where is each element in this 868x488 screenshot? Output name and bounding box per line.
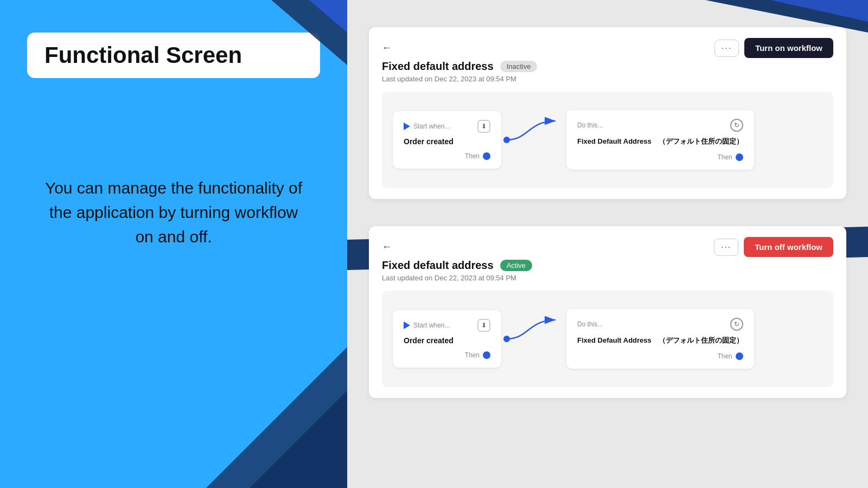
card-bottom-nav: ←: [382, 241, 392, 253]
more-button-top[interactable]: ···: [714, 40, 739, 57]
status-badge-active: Active: [500, 260, 532, 271]
start-node-header-top: Start when... ⬇: [404, 120, 490, 133]
flow-diagram-top: Start when... ⬇ Order created Then: [382, 92, 833, 188]
more-button-bottom[interactable]: ···: [714, 239, 738, 256]
do-node-icon-top: ↻: [730, 119, 743, 132]
start-node-footer-top: Then: [404, 152, 490, 160]
start-node-content-bottom: Order created: [404, 336, 490, 345]
back-arrow-bottom[interactable]: ←: [382, 241, 392, 253]
start-node-label-top: Start when...: [404, 123, 450, 130]
then-dot-top: [483, 152, 490, 160]
start-node-footer-bottom: Then: [404, 351, 490, 359]
then-dot2-bottom: [736, 352, 743, 360]
start-node-top: Start when... ⬇ Order created Then: [393, 111, 501, 169]
do-node-icon-bottom: ↻: [730, 318, 743, 331]
card-top-actions: ··· Turn on workflow: [714, 38, 833, 58]
turn-off-button[interactable]: Turn off workflow: [744, 237, 833, 257]
svg-marker-5: [770, 0, 868, 22]
card-bottom-actions: ··· Turn off workflow: [714, 237, 833, 257]
then-dot2-top: [736, 153, 743, 161]
workflow-title-top: Fixed default address: [382, 60, 494, 73]
svg-point-7: [503, 137, 510, 143]
deco-triangles-top: [239, 0, 347, 98]
card-top-nav: ←: [382, 42, 392, 54]
svg-point-9: [503, 336, 510, 342]
workflow-subtitle-bottom: Last updated on Dec 22, 2023 at 09:54 PM: [382, 274, 833, 282]
do-node-bottom: Do this... ↻ Fixed Default Address （デフォル…: [566, 309, 754, 369]
play-icon-bottom: [404, 322, 410, 329]
workflow-card-bottom: ← ··· Turn off workflow Fixed default ad…: [369, 226, 846, 398]
start-node-label-bottom: Start when...: [404, 322, 450, 329]
start-node-header-bottom: Start when... ⬇: [404, 319, 490, 332]
do-node-header-top: Do this... ↻: [577, 119, 743, 132]
do-node-content-bottom: Fixed Default Address （デフォルト住所の固定）: [577, 335, 743, 346]
do-node-footer-top: Then: [577, 153, 743, 161]
do-node-header-bottom: Do this... ↻: [577, 318, 743, 331]
start-node-bottom: Start when... ⬇ Order created Then: [393, 310, 501, 368]
flow-connector-top: [501, 105, 566, 175]
workflow-title-row-top: Fixed default address Inactive: [382, 60, 833, 73]
play-icon-top: [404, 123, 410, 130]
do-node-label-bottom: Do this...: [577, 320, 603, 328]
do-node-top: Do this... ↻ Fixed Default Address （デフォル…: [566, 110, 754, 170]
flow-diagram-bottom: Start when... ⬇ Order created Then: [382, 291, 833, 387]
left-panel: Functional Screen You can manage the fun…: [0, 0, 347, 488]
workflow-title-row-bottom: Fixed default address Active: [382, 259, 833, 272]
status-badge-inactive: Inactive: [500, 61, 538, 72]
do-node-label-top: Do this...: [577, 121, 603, 129]
workflow-title-bottom: Fixed default address: [382, 259, 494, 272]
turn-on-button[interactable]: Turn on workflow: [744, 38, 833, 58]
start-node-icon-bottom: ⬇: [477, 319, 490, 332]
deco-bottom-right: [206, 347, 347, 488]
start-node-content-top: Order created: [404, 137, 490, 146]
flow-connector-bottom: [501, 304, 566, 374]
svg-marker-3: [250, 390, 347, 488]
do-node-footer-bottom: Then: [577, 352, 743, 360]
left-description: You can manage the functionality of the …: [27, 176, 320, 249]
then-dot-bottom: [483, 351, 490, 359]
workflow-subtitle-top: Last updated on Dec 22, 2023 at 09:54 PM: [382, 75, 833, 83]
do-node-content-top: Fixed Default Address （デフォルト住所の固定）: [577, 136, 743, 147]
card-top-header: ← ··· Turn on workflow: [382, 38, 833, 58]
svg-marker-2: [206, 347, 347, 488]
start-node-icon-top: ⬇: [477, 120, 490, 133]
card-bottom-header: ← ··· Turn off workflow: [382, 237, 833, 257]
right-panel: ← ··· Turn on workflow Fixed default add…: [347, 0, 868, 488]
back-arrow-top[interactable]: ←: [382, 42, 392, 54]
workflow-card-top: ← ··· Turn on workflow Fixed default add…: [369, 27, 846, 199]
